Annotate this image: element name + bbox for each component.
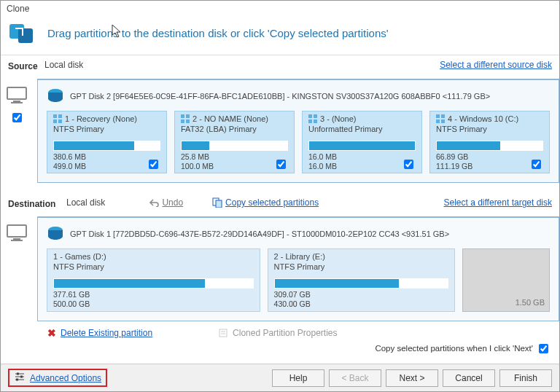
partition-fs: FAT32 (LBA) Primary — [181, 125, 288, 133]
svg-rect-23 — [216, 200, 222, 208]
partition-fs: NTFS Primary — [53, 125, 160, 133]
svg-rect-26 — [11, 240, 23, 241]
monitor-icon — [6, 224, 28, 243]
svg-rect-6 — [53, 114, 57, 118]
source-disk-checkbox[interactable] — [12, 113, 22, 122]
copy-on-next-label: Copy selected partitions when I click 'N… — [375, 344, 533, 353]
select-different-source-link[interactable]: Select a different source disk — [440, 60, 552, 70]
svg-rect-24 — [7, 225, 26, 237]
usage-bar — [274, 278, 448, 289]
window-title: Clone — [1, 1, 559, 17]
back-button: < Back — [329, 369, 381, 387]
advanced-options-highlight: Advanced Options — [8, 369, 107, 387]
svg-rect-20 — [436, 119, 440, 123]
partition-fs: NTFS Primary — [274, 262, 448, 271]
source-partition-2[interactable]: 2 - NO NAME (None) FAT32 (LBA) Primary 2… — [174, 111, 295, 173]
header-text: Drag partitions to the destination disk … — [47, 27, 389, 39]
partition-sizes: 16.0 MB16.0 MB — [308, 152, 337, 171]
finish-button[interactable]: Finish — [499, 369, 552, 387]
hdd-icon — [47, 225, 64, 243]
windows-icon — [436, 114, 445, 123]
delete-existing-partition-link[interactable]: ✖ Delete Existing partition — [47, 327, 152, 339]
copy-selected-partitions-link[interactable]: Copy selected partitions — [212, 197, 319, 208]
sliders-icon — [14, 372, 26, 384]
properties-icon — [218, 328, 228, 338]
partition-sizes: 25.8 MB100.0 MB — [181, 152, 214, 171]
source-partition-1[interactable]: 1 - Recovery (None) NTFS Primary 380.6 M… — [47, 111, 167, 173]
partition-fs: NTFS Primary — [436, 125, 543, 133]
source-section: Source Local disk Select a different sou… — [1, 55, 559, 74]
source-disk-title: GPT Disk 2 [9F64E5E6-0C9E-41FF-86FA-BFC1… — [70, 92, 490, 101]
cloned-partition-properties-link: Cloned Partition Properties — [218, 328, 337, 338]
partition-fs: Unformatted Primary — [308, 125, 416, 133]
windows-icon — [308, 114, 317, 123]
svg-rect-21 — [441, 119, 445, 123]
partition-checkbox[interactable] — [532, 160, 541, 169]
partition-checkbox[interactable] — [404, 160, 413, 169]
source-label: Source — [8, 60, 44, 71]
usage-bar — [181, 141, 288, 151]
partition-sizes: 66.89 GB111.19 GB — [436, 152, 472, 171]
svg-rect-12 — [181, 119, 184, 123]
partition-name: 2 - Library (E:) — [274, 252, 448, 261]
source-local-disk: Local disk — [44, 60, 83, 70]
svg-rect-36 — [16, 379, 18, 381]
svg-rect-14 — [308, 114, 312, 118]
svg-rect-35 — [20, 376, 23, 378]
usage-bar — [308, 141, 416, 151]
dest-local-disk: Local disk — [66, 197, 105, 208]
next-button[interactable]: Next > — [386, 369, 438, 387]
svg-rect-18 — [436, 114, 440, 118]
svg-rect-13 — [186, 119, 190, 123]
usage-bar — [53, 278, 254, 289]
clone-header-icon — [8, 18, 37, 47]
monitor-icon — [6, 86, 28, 105]
copy-on-next-checkbox[interactable] — [539, 344, 548, 353]
partition-sizes: 380.6 MB499.0 MB — [53, 152, 86, 171]
destination-label: Destination — [8, 197, 66, 209]
dest-partition-1[interactable]: 1 - Games (D:) NTFS Primary 377.61 GB500… — [47, 248, 260, 311]
footer: Advanced Options Help < Back Next > Canc… — [1, 364, 559, 391]
svg-rect-17 — [314, 119, 317, 123]
destination-disk-block: GPT Disk 1 [772DBD5D-C696-437E-B572-29DD… — [37, 216, 559, 321]
svg-rect-34 — [17, 373, 19, 375]
partition-name: 2 - NO NAME (None) — [192, 114, 268, 123]
partition-name: 3 - (None) — [320, 114, 357, 123]
dest-disk-title: GPT Disk 1 [772DBD5D-C696-437E-B572-29DD… — [70, 230, 449, 238]
partition-name: 1 - Recovery (None) — [65, 114, 137, 123]
delete-x-icon: ✖ — [47, 327, 56, 339]
source-disk-block: GPT Disk 2 [9F64E5E6-0C9E-41FF-86FA-BFC1… — [37, 79, 559, 183]
dest-partition-2[interactable]: 2 - Library (E:) NTFS Primary 309.07 GB4… — [268, 248, 455, 311]
free-space[interactable]: 1.50 GB — [462, 248, 550, 311]
select-different-target-link[interactable]: Select a different target disk — [443, 197, 552, 208]
usage-bar — [436, 141, 543, 151]
partition-sizes: 377.61 GB500.00 GB — [53, 290, 90, 309]
svg-rect-7 — [58, 114, 62, 118]
usage-bar — [53, 141, 160, 151]
partition-checkbox[interactable] — [276, 160, 286, 169]
help-button[interactable]: Help — [272, 369, 324, 387]
svg-rect-2 — [7, 87, 26, 99]
partition-name: 1 - Games (D:) — [53, 252, 254, 261]
svg-rect-25 — [13, 238, 20, 240]
partition-checkbox[interactable] — [149, 160, 158, 169]
cancel-button[interactable]: Cancel — [443, 369, 495, 387]
svg-rect-11 — [186, 114, 190, 118]
windows-icon — [53, 114, 62, 123]
svg-rect-1 — [18, 28, 33, 43]
undo-link[interactable]: Undo — [149, 197, 183, 208]
windows-icon — [181, 114, 190, 123]
svg-rect-10 — [181, 114, 184, 118]
source-partition-3[interactable]: 3 - (None) Unformatted Primary 16.0 MB16… — [302, 111, 422, 173]
advanced-options-link[interactable]: Advanced Options — [30, 373, 101, 383]
svg-rect-28 — [219, 329, 227, 337]
svg-rect-3 — [13, 101, 20, 102]
svg-rect-9 — [58, 119, 62, 123]
svg-rect-8 — [53, 119, 57, 123]
partition-name: 4 - Windows 10 (C:) — [448, 114, 518, 123]
source-partition-4[interactable]: 4 - Windows 10 (C:) NTFS Primary 66.89 G… — [429, 111, 550, 173]
destination-section: Destination Local disk Undo Copy selecte… — [1, 193, 559, 212]
svg-rect-16 — [308, 119, 312, 123]
hdd-icon — [47, 87, 64, 105]
partition-fs: NTFS Primary — [53, 262, 254, 271]
